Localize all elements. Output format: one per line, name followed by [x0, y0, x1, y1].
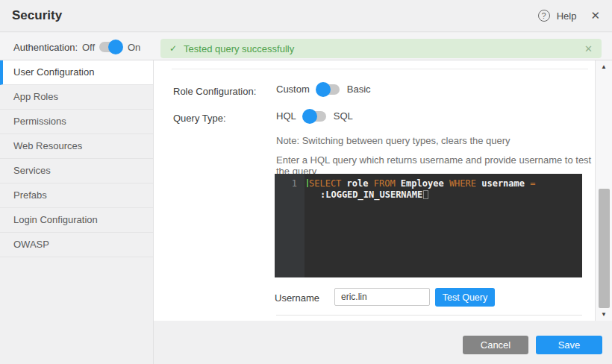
code-token: FROM: [374, 178, 396, 189]
code-token: :LOGGED_IN_USERNAME: [320, 189, 422, 200]
authentication-off-label: Off: [82, 42, 95, 53]
editor-cursor: [423, 190, 428, 199]
sidebar-item-owasp[interactable]: OWASP: [0, 233, 153, 257]
page-title: Security: [12, 8, 62, 23]
username-label: Username: [275, 292, 319, 304]
bottom-divider: [276, 315, 582, 316]
scroll-down-icon[interactable]: ▼: [596, 311, 612, 318]
sidebar-item-app-roles[interactable]: App Roles: [0, 85, 153, 110]
code-token: =: [530, 178, 535, 189]
toggle-knob: [302, 109, 317, 124]
test-query-button[interactable]: Test Query: [435, 288, 495, 307]
authentication-label: Authentication:: [13, 42, 78, 53]
help-link[interactable]: Help: [557, 10, 577, 22]
scroll-up-icon[interactable]: ▲: [596, 63, 612, 70]
success-message: Tested query successfully: [184, 43, 584, 54]
header-actions: ? Help ✕: [538, 9, 600, 22]
scrollbar-thumb[interactable]: [599, 189, 610, 308]
sidebar-item-login-configuration[interactable]: Login Configuration: [0, 208, 153, 233]
query-type-toggle[interactable]: [304, 111, 326, 122]
query-type-control: HQL SQL: [276, 110, 353, 122]
toggle-knob: [108, 40, 123, 54]
help-icon[interactable]: ?: [538, 10, 550, 22]
role-configuration-label: Role Configuration:: [173, 86, 256, 97]
authentication-on-label: On: [128, 42, 140, 53]
query-code-editor[interactable]: 1 SELECT role FROM Employee WHERE userna…: [275, 174, 582, 277]
editor-code: SELECT role FROM Employee WHERE username…: [305, 174, 535, 277]
cancel-button[interactable]: Cancel: [463, 336, 528, 354]
sidebar-item-user-configuration[interactable]: User Configuration: [0, 60, 153, 85]
query-type-label: Query Type:: [173, 113, 226, 124]
role-configuration-toggle[interactable]: [317, 84, 340, 95]
query-hql-label: HQL: [276, 110, 296, 122]
code-token: role: [341, 178, 373, 189]
sidebar-item-permissions[interactable]: Permissions: [0, 110, 153, 134]
dialog-header: Security ? Help ✕: [0, 0, 612, 32]
username-input[interactable]: [334, 288, 430, 306]
code-line-1: SELECT role FROM Employee WHERE username…: [307, 178, 535, 189]
toggle-knob: [316, 82, 331, 97]
line-number: 1: [292, 178, 297, 189]
save-button[interactable]: Save: [536, 336, 602, 354]
code-token: SELECT: [309, 178, 341, 189]
top-divider: [172, 69, 588, 69]
code-line-2: :LOGGED_IN_USERNAME: [307, 189, 535, 201]
role-basic-label: Basic: [347, 84, 371, 95]
code-token: Employee: [396, 178, 449, 189]
role-custom-label: Custom: [276, 84, 310, 95]
close-icon[interactable]: ✕: [590, 9, 600, 22]
success-banner: ✓ Tested query successfully ✕: [160, 39, 602, 58]
check-icon: ✓: [169, 43, 177, 54]
banner-close-icon[interactable]: ✕: [584, 43, 593, 54]
content-panel: Role Configuration: Custom Basic Query T…: [154, 60, 595, 321]
editor-caret: [307, 179, 308, 187]
code-token: WHERE: [449, 178, 476, 189]
code-token: username: [476, 178, 530, 189]
role-configuration-control: Custom Basic: [276, 84, 371, 95]
authentication-toggle[interactable]: [99, 42, 122, 52]
query-note: Note: Switching between query types, cle…: [276, 135, 510, 146]
sidebar-item-web-resources[interactable]: Web Resources: [0, 134, 153, 159]
sidebar-item-services[interactable]: Services: [0, 159, 153, 183]
query-sql-label: SQL: [334, 110, 353, 122]
sidebar-item-prefabs[interactable]: Prefabs: [0, 183, 153, 208]
editor-gutter: 1: [275, 174, 305, 277]
sidebar: User Configuration App Roles Permissions…: [0, 60, 153, 257]
vertical-scrollbar[interactable]: ▲ ▼: [595, 60, 612, 321]
